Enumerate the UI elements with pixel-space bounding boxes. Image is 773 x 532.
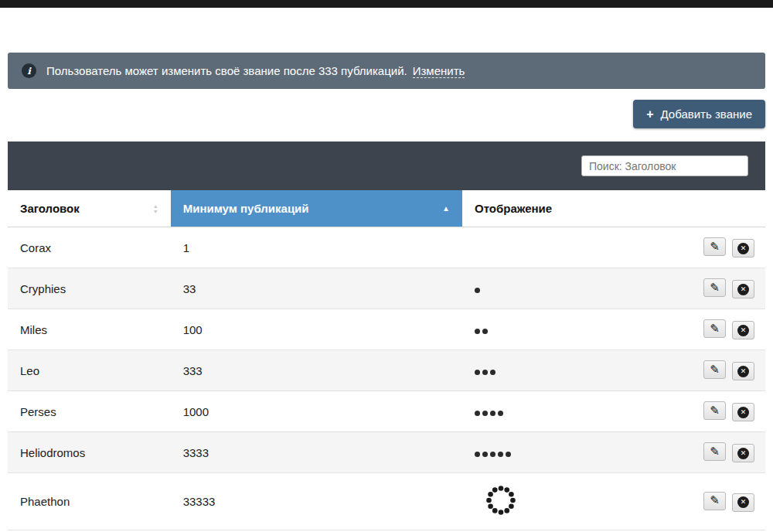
delete-button[interactable]: ✕: [732, 239, 754, 257]
min-posts-cell: 3333: [171, 432, 462, 473]
column-header-display-label: Отображение: [475, 202, 552, 215]
rank-dots-icon: [475, 411, 503, 416]
actions-cell: ✎✕: [678, 432, 765, 473]
add-rank-button[interactable]: + Добавить звание: [633, 100, 765, 128]
column-header-actions: [678, 190, 765, 227]
pencil-icon: ✎: [710, 446, 720, 458]
display-cell: [462, 473, 678, 530]
min-posts-cell: 1: [171, 227, 462, 268]
edit-button[interactable]: ✎: [703, 319, 726, 338]
rank-title-cell: Perses: [8, 391, 171, 432]
sun-icon: [475, 483, 518, 517]
plus-icon: +: [646, 108, 653, 121]
delete-button[interactable]: ✕: [732, 403, 754, 421]
rank-dots-icon: [475, 329, 488, 334]
delete-button[interactable]: ✕: [732, 362, 754, 380]
min-posts-cell: 1000: [171, 391, 462, 432]
info-alert: i Пользователь может изменить своё звани…: [8, 53, 765, 89]
edit-button[interactable]: ✎: [703, 278, 726, 297]
rank-dots-icon: [475, 288, 480, 293]
delete-button[interactable]: ✕: [732, 321, 754, 339]
delete-icon: ✕: [737, 496, 749, 508]
search-input[interactable]: [581, 155, 748, 176]
display-cell: [462, 432, 678, 473]
column-header-min-posts[interactable]: Минимум публикаций ▲: [171, 190, 462, 227]
min-posts-cell: 100: [171, 309, 462, 350]
rank-title-cell: Heliodromos: [8, 432, 171, 473]
delete-icon: ✕: [737, 366, 749, 377]
pencil-icon: ✎: [710, 364, 720, 376]
pencil-icon: ✎: [710, 282, 720, 294]
rank-title-cell: Cryphies: [8, 268, 171, 309]
page: i Пользователь может изменить своё звани…: [8, 8, 765, 530]
actions-cell: ✎✕: [678, 391, 765, 432]
column-header-title-label: Заголовок: [20, 202, 80, 215]
display-cell: [462, 268, 678, 309]
delete-icon: ✕: [737, 448, 749, 459]
actions-cell: ✎✕: [678, 227, 765, 268]
rank-title-cell: Leo: [8, 350, 171, 391]
min-posts-cell: 333: [171, 350, 462, 391]
actions-cell: ✎✕: [678, 309, 765, 350]
rank-title-cell: Miles: [8, 309, 171, 350]
rank-dots-icon: [475, 452, 511, 457]
table-row: Perses1000✎✕: [8, 391, 765, 432]
edit-button[interactable]: ✎: [703, 442, 726, 461]
toolbar: + Добавить звание: [8, 100, 765, 128]
table-row: Cryphies33✎✕: [8, 268, 765, 309]
alert-edit-link[interactable]: Изменить: [413, 64, 465, 78]
delete-button[interactable]: ✕: [732, 280, 754, 298]
actions-cell: ✎✕: [678, 350, 765, 391]
display-cell: [462, 227, 678, 268]
delete-icon: ✕: [737, 325, 749, 336]
delete-button[interactable]: ✕: [732, 444, 754, 462]
header-row: Заголовок ▲▼ Минимум публикаций ▲: [8, 190, 765, 227]
actions-cell: ✎✕: [678, 268, 765, 309]
rank-dots-icon: [475, 370, 495, 375]
rank-title-cell: Phaethon: [8, 473, 171, 530]
ranks-data-table: Заголовок ▲▼ Минимум публикаций ▲: [8, 190, 765, 530]
table-row: Miles100✎✕: [8, 309, 765, 350]
table-row: Heliodromos3333✎✕: [8, 432, 765, 473]
pencil-icon: ✎: [710, 323, 720, 335]
table-row: Leo333✎✕: [8, 350, 765, 391]
min-posts-cell: 33: [171, 268, 462, 309]
column-header-min-posts-label: Минимум публикаций: [183, 202, 309, 215]
display-cell: [462, 350, 678, 391]
delete-icon: ✕: [737, 407, 749, 418]
delete-button[interactable]: ✕: [732, 493, 754, 512]
pencil-icon: ✎: [710, 495, 720, 506]
delete-icon: ✕: [737, 243, 749, 254]
info-icon: i: [22, 63, 36, 78]
edit-button[interactable]: ✎: [703, 401, 726, 420]
display-cell: [462, 309, 678, 350]
actions-cell: ✎✕: [678, 473, 765, 530]
pencil-icon: ✎: [710, 241, 720, 253]
min-posts-cell: 33333: [171, 473, 462, 530]
table-row: Corax1✎✕: [8, 227, 765, 268]
column-header-display[interactable]: Отображение: [462, 190, 678, 227]
top-navbar: [0, 0, 773, 8]
edit-button[interactable]: ✎: [703, 360, 726, 379]
add-rank-label: Добавить звание: [661, 107, 752, 121]
display-cell: [462, 391, 678, 432]
alert-text: Пользователь может изменить своё звание …: [46, 64, 407, 77]
ranks-table: Заголовок ▲▼ Минимум публикаций ▲: [8, 142, 765, 530]
edit-button[interactable]: ✎: [703, 237, 726, 256]
table-row: Phaethon33333✎✕: [8, 473, 765, 530]
edit-button[interactable]: ✎: [703, 492, 726, 510]
column-header-title[interactable]: Заголовок ▲▼: [8, 190, 171, 227]
pencil-icon: ✎: [710, 405, 720, 417]
delete-icon: ✕: [737, 284, 749, 295]
sort-asc-icon: ▲: [442, 204, 450, 213]
table-filter-bar: [8, 142, 765, 190]
rank-title-cell: Corax: [8, 227, 171, 268]
sort-idle-icon: ▲▼: [153, 203, 158, 214]
